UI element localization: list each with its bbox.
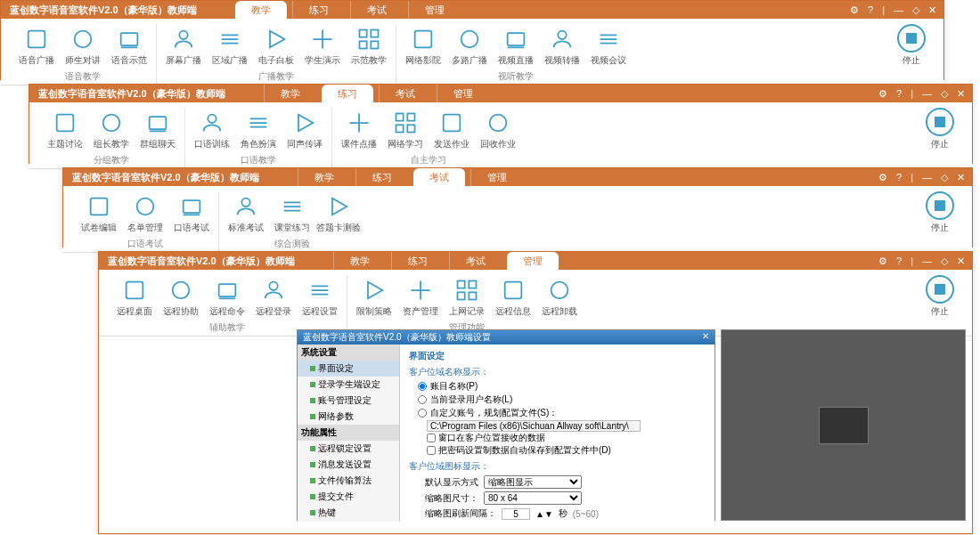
ribbon-item[interactable]: 限制策略 bbox=[351, 275, 397, 320]
ribbon-item[interactable]: 回收作业 bbox=[475, 108, 521, 152]
ribbon-item[interactable]: 屏幕广播 bbox=[160, 24, 207, 69]
radio-login-name[interactable] bbox=[418, 395, 427, 404]
tab-exam[interactable]: 考试 bbox=[413, 168, 465, 186]
tab-practice[interactable]: 练习 bbox=[322, 85, 373, 102]
tab-teach[interactable]: 教学 bbox=[235, 1, 287, 19]
radio-custom[interactable] bbox=[418, 409, 427, 417]
ribbon-item[interactable]: 远程桌面 bbox=[111, 275, 158, 320]
ribbon-item[interactable]: 群组聊天 bbox=[135, 108, 181, 152]
ribbon-item[interactable]: 资产管理 bbox=[397, 275, 444, 320]
ribbon-item[interactable]: 课堂练习 bbox=[269, 191, 315, 236]
thumb-size-select[interactable]: 80 x 64 bbox=[484, 491, 582, 505]
checkbox-receive[interactable] bbox=[427, 434, 436, 442]
ribbon-item[interactable]: 课件点播 bbox=[336, 108, 382, 152]
ribbon-item[interactable]: 学生演示 bbox=[299, 24, 346, 69]
ribbon-item[interactable]: 远程登录 bbox=[250, 275, 297, 320]
refresh-interval-input[interactable] bbox=[502, 508, 530, 520]
tree-item[interactable]: 远程桌面 bbox=[298, 521, 399, 522]
stop-button[interactable]: 停止 bbox=[919, 108, 961, 150]
tree-item[interactable]: 账号管理设定 bbox=[298, 393, 399, 409]
tree-item[interactable]: 热键 bbox=[298, 505, 399, 521]
display-mode-select[interactable]: 缩略图显示 bbox=[484, 475, 582, 489]
tab-teach[interactable]: 教学 bbox=[264, 85, 316, 102]
minimize-icon[interactable]: — bbox=[894, 4, 903, 15]
ribbon-item[interactable]: 语音示范 bbox=[106, 24, 152, 69]
path-input[interactable] bbox=[427, 420, 641, 432]
stop-button[interactable]: 停止 bbox=[890, 24, 933, 67]
settings-icon[interactable]: ⚙ bbox=[850, 4, 859, 16]
ribbon-item[interactable]: 视频直播 bbox=[493, 24, 539, 69]
ribbon-item[interactable]: 示范教学 bbox=[346, 24, 392, 69]
ribbon-item[interactable]: 口语考试 bbox=[168, 191, 215, 236]
help-icon[interactable]: ? bbox=[896, 88, 902, 99]
ribbon-item[interactable]: 网络学习 bbox=[382, 108, 429, 152]
ribbon-item[interactable]: 区域广播 bbox=[207, 24, 253, 69]
ribbon-item[interactable]: 远程设置 bbox=[297, 275, 343, 320]
restore-icon[interactable]: ◇ bbox=[941, 255, 948, 267]
close-icon[interactable]: ✕ bbox=[957, 172, 965, 183]
checkbox-autosave[interactable] bbox=[427, 446, 436, 455]
dialog-close-icon[interactable]: ✕ bbox=[702, 331, 709, 344]
tree-item[interactable]: 远程锁定设置 bbox=[298, 441, 399, 457]
help-icon[interactable]: ? bbox=[896, 172, 902, 182]
tab-manage[interactable]: 管理 bbox=[507, 252, 559, 270]
close-icon[interactable]: ✕ bbox=[957, 88, 965, 100]
restore-icon[interactable]: ◇ bbox=[941, 172, 948, 183]
restore-icon[interactable]: ◇ bbox=[912, 4, 919, 16]
ribbon-item[interactable]: 视频转播 bbox=[539, 24, 585, 69]
ribbon-item[interactable]: 视频会议 bbox=[585, 24, 632, 69]
settings-icon[interactable]: ⚙ bbox=[878, 255, 887, 267]
tab-exam[interactable]: 考试 bbox=[449, 252, 502, 270]
ribbon-item[interactable]: 师生对讲 bbox=[60, 24, 106, 69]
ribbon-item[interactable]: 上网记录 bbox=[444, 275, 490, 320]
ribbon-item[interactable]: 多路广播 bbox=[446, 24, 493, 69]
ribbon-item[interactable]: 主题讨论 bbox=[42, 108, 88, 152]
tree-item[interactable]: 提交文件 bbox=[298, 489, 399, 505]
help-icon[interactable]: ? bbox=[868, 4, 873, 15]
stop-button[interactable]: 停止 bbox=[919, 191, 961, 234]
close-icon[interactable]: ✕ bbox=[957, 255, 965, 267]
tree-item[interactable]: 界面设定 bbox=[298, 361, 399, 377]
tab-teach[interactable]: 教学 bbox=[298, 168, 350, 186]
tab-practice[interactable]: 练习 bbox=[292, 1, 345, 19]
ribbon-item[interactable]: 远程卸载 bbox=[536, 275, 583, 320]
tab-practice[interactable]: 练习 bbox=[391, 252, 444, 270]
tree-item[interactable]: 网络参数 bbox=[298, 409, 399, 425]
help-icon[interactable]: ? bbox=[896, 255, 902, 266]
tab-manage[interactable]: 管理 bbox=[408, 1, 461, 19]
ribbon-item[interactable]: 同声传译 bbox=[282, 108, 328, 152]
tab-practice[interactable]: 练习 bbox=[355, 168, 408, 186]
stop-button[interactable]: 停止 bbox=[919, 275, 961, 318]
ribbon-item[interactable]: 发送作业 bbox=[429, 108, 475, 152]
tab-exam[interactable]: 考试 bbox=[350, 1, 403, 19]
tree-item[interactable]: 文件传输算法 bbox=[298, 473, 399, 489]
tree-item[interactable]: 登录学生端设定 bbox=[298, 377, 399, 393]
ribbon-item[interactable]: 远程信息 bbox=[490, 275, 536, 320]
feature-icon bbox=[361, 277, 388, 304]
ribbon-item[interactable]: 远程协助 bbox=[158, 275, 204, 320]
ribbon-item[interactable]: 名单管理 bbox=[122, 191, 168, 236]
close-icon[interactable]: ✕ bbox=[928, 4, 936, 16]
settings-icon[interactable]: ⚙ bbox=[878, 88, 887, 100]
settings-icon[interactable]: ⚙ bbox=[878, 172, 887, 183]
minimize-icon[interactable]: — bbox=[922, 88, 932, 99]
ribbon-item[interactable]: 电子白板 bbox=[253, 24, 299, 69]
radio-account-name[interactable] bbox=[418, 382, 427, 391]
minimize-icon[interactable]: — bbox=[922, 255, 932, 266]
tab-manage[interactable]: 管理 bbox=[470, 168, 523, 186]
ribbon-item[interactable]: 组长教学 bbox=[88, 108, 135, 152]
ribbon-item[interactable]: 标准考试 bbox=[223, 191, 269, 236]
tab-manage[interactable]: 管理 bbox=[437, 85, 489, 102]
ribbon-item[interactable]: 语音广播 bbox=[13, 24, 60, 69]
ribbon-item[interactable]: 网络影院 bbox=[400, 24, 446, 69]
ribbon-item[interactable]: 试卷编辑 bbox=[76, 191, 122, 236]
restore-icon[interactable]: ◇ bbox=[941, 88, 948, 100]
ribbon-item[interactable]: 远程命令 bbox=[204, 275, 250, 320]
ribbon-item[interactable]: 角色扮演 bbox=[235, 108, 282, 152]
ribbon-item[interactable]: 答题卡测验 bbox=[315, 191, 362, 236]
tree-item[interactable]: 消息发送设置 bbox=[298, 457, 399, 473]
tab-exam[interactable]: 考试 bbox=[379, 85, 431, 102]
tab-teach[interactable]: 教学 bbox=[333, 252, 386, 270]
ribbon-item[interactable]: 口语训练 bbox=[189, 108, 235, 152]
minimize-icon[interactable]: — bbox=[922, 172, 932, 182]
